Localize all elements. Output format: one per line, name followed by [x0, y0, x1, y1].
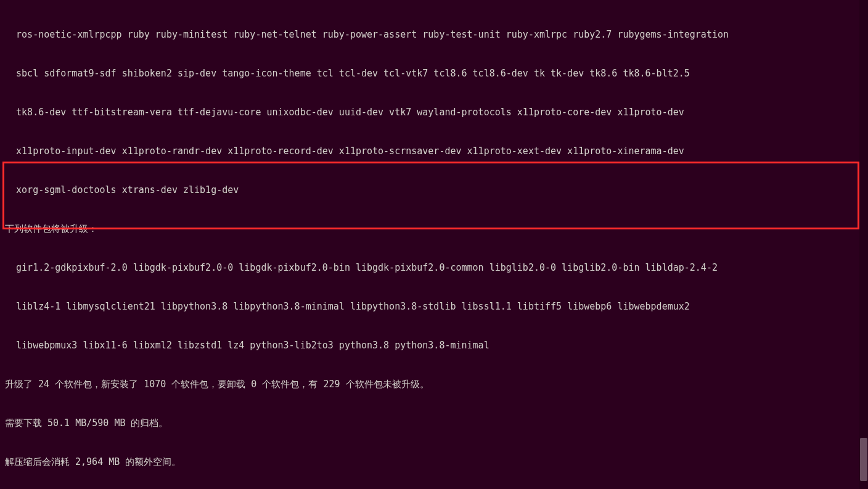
terminal-window[interactable]: ros-noetic-xmlrpcpp ruby ruby-minitest r… [0, 0, 868, 489]
output-line: libwebpmux3 libx11-6 libxml2 libzstd1 lz… [5, 339, 863, 352]
output-line: liblz4-1 libmysqlclient21 libpython3.8 l… [5, 300, 863, 313]
output-line: x11proto-input-dev x11proto-randr-dev x1… [5, 145, 863, 158]
scrollbar-thumb[interactable] [860, 438, 867, 481]
output-line: sbcl sdformat9-sdf shiboken2 sip-dev tan… [5, 67, 863, 80]
scrollbar-track[interactable] [859, 0, 868, 489]
output-line: 下列软件包将被升级： [5, 223, 863, 236]
output-line: xorg-sgml-doctools xtrans-dev zlib1g-dev [5, 184, 863, 197]
output-line: gir1.2-gdkpixbuf-2.0 libgdk-pixbuf2.0-0 … [5, 261, 863, 274]
output-line: 需要下载 50.1 MB/590 MB 的归档。 [5, 417, 863, 430]
output-line: tk8.6-dev ttf-bitstream-vera ttf-dejavu-… [5, 106, 863, 119]
output-line: 解压缩后会消耗 2,964 MB 的额外空间。 [5, 456, 863, 469]
output-line: ros-noetic-xmlrpcpp ruby ruby-minitest r… [5, 28, 863, 41]
output-line: 升级了 24 个软件包，新安装了 1070 个软件包，要卸载 0 个软件包，有 … [5, 378, 863, 391]
